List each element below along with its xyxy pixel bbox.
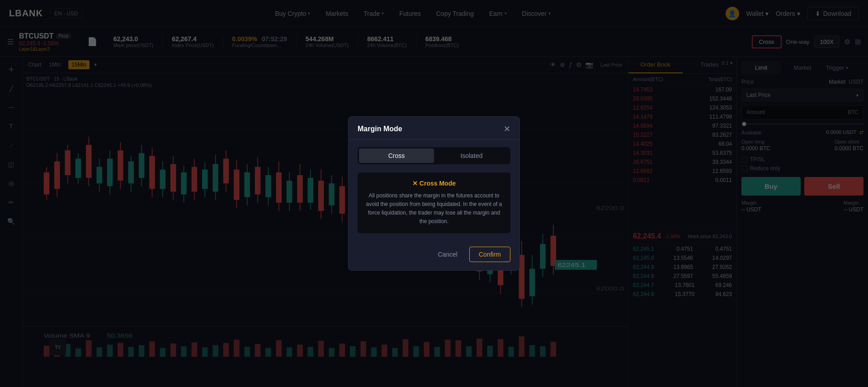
modal-overlay[interactable]: Margin Mode ✕ Cross Isolated ✕ Cross Mod…: [0, 0, 868, 387]
confirm-button[interactable]: Confirm: [469, 247, 510, 262]
close-icon[interactable]: ✕: [504, 125, 510, 133]
mode-description: ✕ Cross Mode All positions share the mar…: [358, 172, 510, 234]
margin-mode-tabs: Cross Isolated: [358, 147, 510, 164]
modal-footer: Cancel Confirm: [349, 240, 519, 270]
modal-body: Cross Isolated ✕ Cross Mode All position…: [349, 140, 519, 241]
margin-mode-modal: Margin Mode ✕ Cross Isolated ✕ Cross Mod…: [348, 116, 520, 271]
isolated-mode-tab[interactable]: Isolated: [434, 148, 509, 163]
modal-title: Margin Mode: [358, 125, 402, 133]
mode-title: ✕ Cross Mode: [365, 180, 503, 187]
cancel-button[interactable]: Cancel: [430, 247, 465, 262]
cross-mode-tab[interactable]: Cross: [359, 148, 434, 163]
modal-header: Margin Mode ✕: [349, 117, 519, 140]
mode-description-text: All positions share the margin in the fu…: [365, 191, 503, 226]
